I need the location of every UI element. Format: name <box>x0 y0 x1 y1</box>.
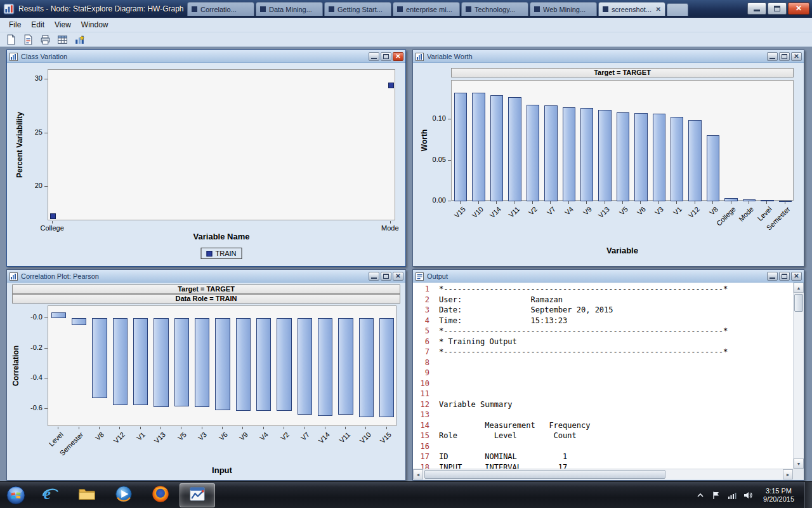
graph-wizard-icon[interactable] <box>72 33 86 46</box>
panel-titlebar[interactable]: Variable Worth ✕ <box>413 50 804 63</box>
output-icon <box>416 272 424 280</box>
horizontal-scroll-thumb[interactable] <box>424 470 665 479</box>
vertical-scroll-thumb[interactable] <box>794 294 803 312</box>
app-titlebar[interactable]: Results - Node: StatExplore Diagram: HW-… <box>0 0 812 18</box>
x-tick-mark <box>731 201 731 204</box>
legend-swatch <box>207 251 213 257</box>
title-tab[interactable]: Data Mining... <box>256 2 323 16</box>
y-tick-label: 0.10 <box>423 114 446 122</box>
y-tick-label: -0.4 <box>20 373 43 381</box>
output-line: 18INPUT INTERVAL 17 <box>413 462 793 469</box>
volume-icon[interactable] <box>743 490 753 500</box>
new-tab-stub[interactable] <box>667 3 688 16</box>
panel-close-button[interactable]: ✕ <box>791 52 802 61</box>
y-tick-label: 0.05 <box>423 156 446 163</box>
x-tick-label: V1 <box>672 205 683 217</box>
plot-area <box>451 80 794 201</box>
y-tick-mark <box>44 186 48 187</box>
panel-minimize-button[interactable] <box>767 272 778 281</box>
y-tick-label: 20 <box>20 182 43 189</box>
panel-maximize-button[interactable] <box>779 52 790 61</box>
vertical-scrollbar[interactable]: ▲ ▼ <box>793 283 804 469</box>
chevron-up-icon[interactable] <box>695 490 705 500</box>
bar <box>598 110 611 201</box>
taskbar-app-sas-em[interactable] <box>180 483 215 507</box>
show-desktop-button[interactable] <box>804 482 812 508</box>
title-tab[interactable]: screenshot...✕ <box>598 2 665 16</box>
x-tick-mark <box>52 221 53 224</box>
svg-text:e: e <box>44 485 51 502</box>
minimize-button[interactable] <box>747 3 766 15</box>
table-icon[interactable] <box>55 33 69 46</box>
x-tick-label: V15 <box>452 205 466 219</box>
print-icon[interactable] <box>38 33 52 46</box>
output-line: 15Role Level Count <box>413 431 793 441</box>
line-text: *---------------------------------------… <box>439 347 728 358</box>
menu-item-view[interactable]: View <box>49 18 76 31</box>
x-tick-mark <box>496 201 497 204</box>
line-number: 17 <box>413 451 429 462</box>
panel-minimize-button[interactable] <box>767 52 778 61</box>
panel-close-button[interactable]: ✕ <box>393 52 403 61</box>
line-number: 3 <box>413 305 429 316</box>
taskbar-app-firefox[interactable] <box>143 483 178 507</box>
panel-maximize-button[interactable] <box>779 272 790 281</box>
bar <box>707 135 719 201</box>
x-tick-mark <box>119 427 120 429</box>
panel-titlebar[interactable]: Class Variation ✕ <box>7 50 405 63</box>
x-tick-label: V7 <box>546 205 557 217</box>
bar <box>508 97 521 201</box>
network-icon[interactable] <box>727 490 737 500</box>
panel-titlebar[interactable]: Correlation Plot: Pearson ✕ <box>7 270 405 283</box>
title-tab[interactable]: enterprise mi... <box>393 2 460 16</box>
horizontal-scrollbar[interactable]: ◄ ► <box>413 469 793 479</box>
tab-close-icon[interactable]: ✕ <box>656 6 661 13</box>
x-tick-label: V14 <box>488 205 502 219</box>
tab-label: Data Mining... <box>269 6 318 13</box>
panel-close-button[interactable]: ✕ <box>393 272 403 281</box>
legend-label: TRAIN <box>216 250 237 257</box>
close-button[interactable]: ✕ <box>788 3 809 15</box>
x-tick-label: Mode <box>381 224 399 232</box>
menu-item-edit[interactable]: Edit <box>26 18 49 31</box>
scroll-down-arrow[interactable]: ▼ <box>794 458 804 469</box>
panel-close-button[interactable]: ✕ <box>791 272 802 281</box>
title-tab[interactable]: Getting Start... <box>324 2 391 16</box>
x-tick-label: V11 <box>338 431 352 444</box>
scroll-up-arrow[interactable]: ▲ <box>794 283 804 293</box>
flag-icon[interactable] <box>711 490 721 500</box>
title-tab[interactable]: Technology... <box>461 2 528 16</box>
start-button[interactable] <box>0 482 32 508</box>
y-tick-label: -0.6 <box>20 404 43 411</box>
x-tick-mark <box>181 427 181 429</box>
scroll-left-arrow[interactable]: ◄ <box>413 469 423 479</box>
tab-label: Web Mining... <box>543 6 593 13</box>
panel-minimize-button[interactable] <box>369 272 379 281</box>
legend: TRAIN <box>201 248 242 259</box>
menu-item-file[interactable]: File <box>4 18 26 31</box>
taskbar-clock[interactable]: 3:15 PM 9/20/2015 <box>759 487 799 504</box>
menu-item-window[interactable]: Window <box>76 18 114 31</box>
title-tab[interactable]: Correlatio... <box>187 2 254 16</box>
scroll-right-arrow[interactable]: ► <box>783 469 793 479</box>
line-number: 15 <box>413 431 429 441</box>
new-document-icon[interactable] <box>4 33 18 46</box>
panel-maximize-button[interactable] <box>381 52 391 61</box>
bar <box>338 318 353 415</box>
y-tick-label: 30 <box>20 74 43 82</box>
panel-minimize-button[interactable] <box>369 52 379 61</box>
panel-maximize-button[interactable] <box>381 272 391 281</box>
title-tab[interactable]: Web Mining... <box>530 2 597 16</box>
maximize-button[interactable] <box>768 3 787 15</box>
taskbar-app-wmp[interactable] <box>106 483 141 507</box>
x-tick-label: V13 <box>597 205 611 219</box>
bar <box>318 318 332 416</box>
report-icon[interactable] <box>21 33 35 46</box>
taskbar-app-ie[interactable]: e <box>32 483 68 507</box>
panel-titlebar[interactable]: Output ✕ <box>413 270 804 283</box>
taskbar-app-explorer[interactable] <box>69 483 105 507</box>
line-number: 6 <box>413 337 429 347</box>
output-line: 6* Training Output <box>413 337 793 347</box>
firefox-icon <box>151 485 170 506</box>
bar <box>154 318 168 407</box>
